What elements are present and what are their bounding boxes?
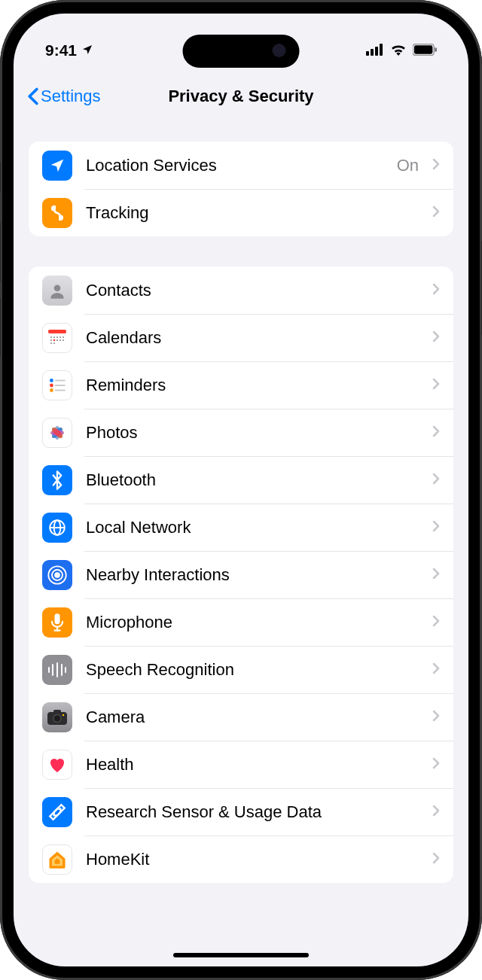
svg-point-16 [63, 336, 64, 338]
svg-point-23 [53, 342, 55, 344]
phone-frame: 9:41 [0, 0, 482, 980]
row-nearby-interactions[interactable]: Nearby Interactions [29, 551, 453, 598]
svg-rect-3 [380, 44, 383, 56]
chevron-right-icon [432, 710, 440, 725]
svg-point-21 [63, 339, 64, 341]
chevron-right-icon [432, 757, 440, 772]
svg-point-24 [53, 339, 56, 341]
svg-point-17 [50, 339, 52, 341]
location-icon [42, 151, 72, 181]
chevron-right-icon [432, 520, 440, 535]
row-calendars[interactable]: Calendars [29, 314, 453, 361]
chevron-right-icon [432, 425, 440, 440]
svg-point-20 [59, 339, 61, 341]
row-tracking[interactable]: Tracking [29, 189, 453, 236]
row-health[interactable]: Health [29, 741, 453, 788]
row-label: Calendars [86, 328, 419, 348]
row-label: Health [86, 755, 419, 775]
nav-bar: Settings Privacy & Security [14, 74, 468, 119]
chevron-right-icon [432, 205, 440, 221]
row-label: Tracking [86, 203, 419, 223]
svg-rect-6 [435, 47, 437, 52]
svg-point-57 [63, 714, 64, 715]
side-button [0, 162, 1, 193]
row-label: Bluetooth [86, 470, 419, 490]
row-reminders[interactable]: Reminders [29, 361, 453, 409]
photos-icon [42, 418, 72, 448]
settings-group: Location Services On Tracking [29, 142, 453, 236]
svg-point-27 [50, 388, 53, 392]
calendar-icon [42, 323, 72, 353]
row-label: Local Network [86, 518, 419, 537]
svg-rect-45 [54, 613, 59, 624]
row-label: Speech Recognition [86, 660, 419, 680]
screen: 9:41 [14, 14, 468, 966]
content: Location Services On Tracking [14, 119, 468, 883]
svg-point-19 [56, 339, 58, 341]
chevron-right-icon [432, 158, 440, 173]
svg-point-22 [50, 342, 52, 344]
chevron-right-icon [432, 568, 440, 583]
chevron-right-icon [432, 662, 440, 677]
status-time: 9:41 [45, 41, 77, 59]
row-value: On [397, 156, 419, 175]
homekit-icon [42, 845, 72, 875]
svg-rect-54 [53, 710, 61, 714]
svg-point-12 [50, 336, 52, 338]
bluetooth-icon [42, 465, 72, 495]
row-local-network[interactable]: Local Network [29, 504, 453, 551]
chevron-right-icon [432, 473, 440, 488]
row-label: Nearby Interactions [86, 565, 419, 585]
chevron-right-icon [432, 330, 440, 345]
row-location-services[interactable]: Location Services On [29, 142, 453, 189]
back-label: Settings [41, 87, 101, 106]
row-research-sensor[interactable]: Research Sensor & Usage Data [29, 788, 453, 835]
wifi-icon [390, 41, 407, 59]
svg-rect-0 [366, 51, 369, 56]
svg-point-56 [54, 715, 60, 721]
svg-point-13 [53, 336, 55, 338]
cellular-icon [366, 41, 384, 59]
svg-rect-1 [371, 49, 374, 56]
row-label: Photos [86, 423, 419, 443]
microphone-icon [42, 607, 72, 638]
row-camera[interactable]: Camera [29, 693, 453, 741]
chevron-right-icon [432, 615, 440, 630]
svg-point-15 [59, 336, 61, 338]
battery-icon [413, 41, 437, 59]
row-speech-recognition[interactable]: Speech Recognition [29, 646, 453, 693]
settings-group: Contacts Calendars Reminders [29, 266, 453, 883]
research-icon [42, 797, 72, 827]
page-title: Privacy & Security [168, 87, 313, 106]
reminders-icon [42, 370, 72, 400]
row-photos[interactable]: Photos [29, 409, 453, 456]
chevron-right-icon [432, 852, 440, 867]
row-contacts[interactable]: Contacts [29, 266, 453, 314]
row-homekit[interactable]: HomeKit [29, 835, 453, 883]
row-label: Reminders [86, 376, 419, 395]
row-label: Research Sensor & Usage Data [86, 802, 419, 822]
row-bluetooth[interactable]: Bluetooth [29, 456, 453, 504]
svg-rect-5 [414, 45, 432, 53]
svg-point-25 [50, 379, 53, 382]
back-button[interactable]: Settings [27, 87, 101, 106]
chevron-right-icon [432, 283, 440, 298]
chevron-right-icon [432, 805, 440, 820]
row-microphone[interactable]: Microphone [29, 598, 453, 646]
nearby-interactions-icon [42, 560, 72, 590]
health-icon [42, 750, 72, 780]
row-label: Camera [86, 708, 419, 727]
svg-point-26 [50, 383, 53, 387]
svg-point-9 [54, 285, 61, 291]
dynamic-island [183, 35, 300, 68]
contacts-icon [42, 275, 72, 306]
location-indicator-icon [81, 41, 93, 59]
row-label: Contacts [86, 281, 419, 300]
row-label: Microphone [86, 613, 419, 632]
row-label: HomeKit [86, 850, 419, 869]
svg-point-42 [55, 573, 59, 577]
tracking-icon [42, 198, 72, 228]
home-indicator[interactable] [173, 953, 309, 957]
svg-point-14 [56, 336, 58, 338]
volume-down-button [0, 297, 1, 358]
